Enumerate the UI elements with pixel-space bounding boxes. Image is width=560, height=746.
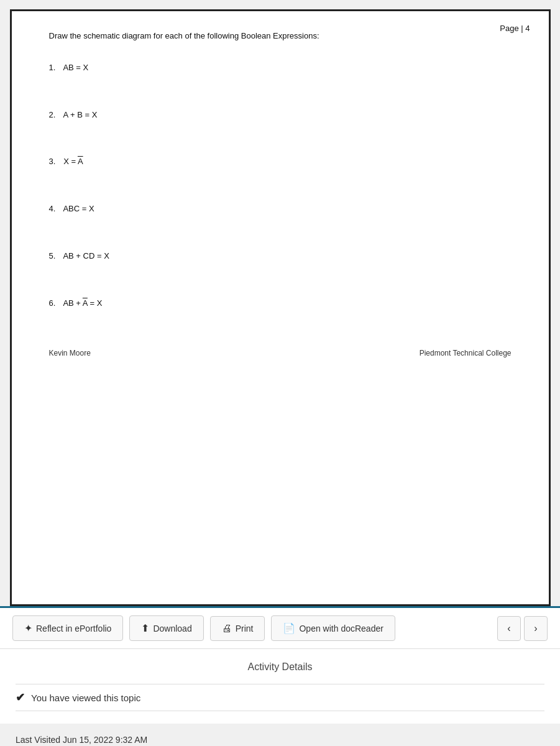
toolbar: ✦ Reflect in ePortfolio ⬆ Download 🖨 Pri…: [0, 606, 560, 648]
checkmark-icon: ✔: [16, 691, 25, 704]
page-container: Page | 4 Draw the schematic diagram for …: [0, 0, 560, 746]
prev-icon: ‹: [507, 623, 510, 634]
open-docreader-label: Open with docReader: [299, 624, 383, 633]
expression-text-5: AB + CD = X: [63, 251, 109, 260]
docreader-icon: 📄: [283, 622, 295, 634]
expression-num-4: 4.: [49, 203, 62, 216]
last-visited: Last Visited Jun 15, 2022 9:32 AM: [0, 724, 560, 746]
download-icon: ⬆: [141, 622, 149, 634]
document-footer: Kevin Moore Piedmont Technical College: [49, 348, 512, 359]
footer-right: Piedmont Technical College: [420, 348, 512, 359]
expression-item-4: 4. ABC = X: [49, 203, 512, 216]
expression-num-1: 1.: [49, 62, 62, 75]
next-button[interactable]: ›: [524, 616, 548, 641]
expression-item-2: 2. A + B = X: [49, 109, 512, 122]
open-docreader-button[interactable]: 📄 Open with docReader: [271, 615, 395, 641]
activity-section: Activity Details ✔ You have viewed this …: [0, 648, 560, 724]
page-number: Page | 4: [500, 24, 530, 33]
expression-item-5: 5. AB + CD = X: [49, 250, 512, 263]
print-label: Print: [236, 624, 254, 633]
expression-item-3: 3. X = A: [49, 155, 512, 168]
activity-status-text: You have viewed this topic: [31, 693, 140, 703]
last-visited-text: Last Visited Jun 15, 2022 9:32 AM: [16, 735, 147, 745]
activity-title: Activity Details: [16, 661, 544, 673]
expression-num-6: 6.: [49, 297, 62, 310]
expression-text-2: A + B = X: [63, 110, 97, 119]
activity-status: ✔ You have viewed this topic: [16, 684, 544, 711]
expression-text-1: AB = X: [63, 63, 88, 72]
document-page: Page | 4 Draw the schematic diagram for …: [10, 9, 551, 606]
expression-text-4: ABC = X: [63, 204, 94, 213]
download-button[interactable]: ⬆ Download: [129, 615, 203, 641]
expression-item-6: 6. AB + A = X: [49, 297, 512, 310]
overline-a-6: A: [83, 298, 88, 308]
expression-text-3: X = A: [63, 157, 83, 166]
reflect-label: Reflect in ePortfolio: [36, 624, 111, 633]
overline-a: A: [78, 157, 83, 166]
document-content: Draw the schematic diagram for each of t…: [49, 30, 512, 359]
expression-text-6: AB + A = X: [63, 298, 102, 308]
expression-num-2: 2.: [49, 109, 62, 122]
expression-num-3: 3.: [49, 155, 62, 168]
prev-button[interactable]: ‹: [497, 616, 521, 641]
print-button[interactable]: 🖨 Print: [210, 616, 265, 641]
reflect-eportfolio-button[interactable]: ✦ Reflect in ePortfolio: [12, 615, 123, 641]
download-label: Download: [153, 624, 191, 633]
expression-item-1: 1. AB = X: [49, 62, 512, 75]
expression-num-5: 5.: [49, 250, 62, 263]
next-icon: ›: [534, 623, 537, 634]
footer-left: Kevin Moore: [49, 348, 91, 359]
document-area: Page | 4 Draw the schematic diagram for …: [0, 0, 560, 606]
reflect-icon: ✦: [24, 622, 32, 634]
print-icon: 🖨: [222, 623, 232, 634]
intro-text: Draw the schematic diagram for each of t…: [49, 30, 512, 43]
nav-group: ‹ ›: [497, 616, 548, 641]
